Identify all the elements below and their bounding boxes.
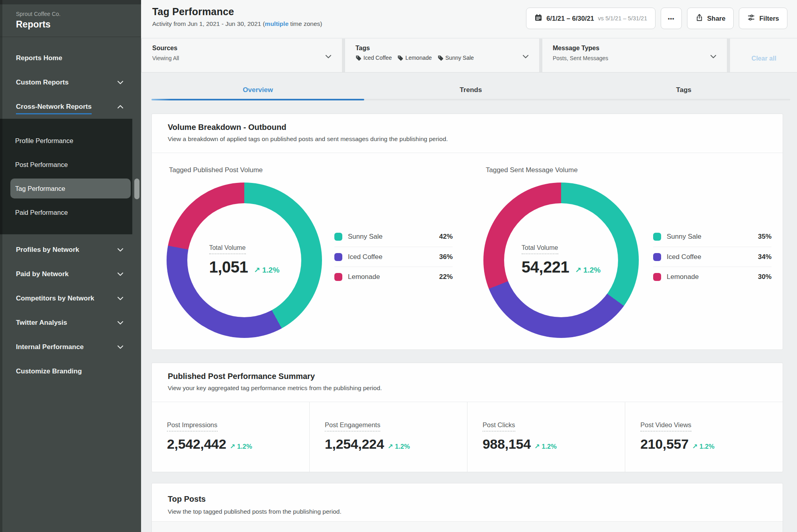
legend-label: Iced Coffee (348, 253, 439, 261)
legend-swatch (653, 273, 661, 281)
metric-label[interactable]: Post Video Views (640, 421, 691, 432)
volume-breakdown-card: Volume Breakdown - Outbound View a break… (151, 114, 783, 350)
subtitle-text: time zones) (289, 20, 322, 27)
sidebar-item-competitors-by-network[interactable]: Competitors by Network (0, 286, 141, 310)
legend-row-iced-coffee[interactable]: Iced Coffee34% (653, 247, 771, 267)
total-volume-label[interactable]: Total Volume (209, 244, 246, 254)
legend-swatch (334, 233, 342, 241)
sidebar-item-customize-branding[interactable]: Customize Branding (0, 359, 141, 383)
filter-bar: Sources Viewing All Tags Iced CoffeeLemo… (141, 39, 797, 73)
trend-up-icon: ↗ (230, 443, 236, 450)
subtitle-text: Activity from Jun 1, 2021 - Jun 30, 2021… (152, 20, 265, 27)
top-posts-table-area (152, 522, 783, 532)
multiple-timezones-link[interactable]: multiple (265, 20, 289, 27)
delta-value: 1.2% (699, 443, 715, 450)
filters-sliders-icon (747, 14, 755, 23)
trend-delta: ↗ 1.2% (692, 443, 715, 450)
date-range-button[interactable]: 6/1/21 – 6/30/21 vs 5/1/21 – 5/31/21 (526, 8, 656, 29)
total-volume-value: 1,051 (209, 258, 248, 276)
chevron-down-icon (325, 53, 332, 60)
metrics-row: Post Impressions2,542,442↗ 1.2%Post Enga… (152, 402, 783, 472)
sidebar-item-label: Cross-Network Reports (16, 103, 92, 114)
legend-sent: Sunny Sale35%Iced Coffee34%Lemonade30% (653, 227, 771, 287)
legend-percent: 22% (439, 273, 453, 281)
sidebar-subitem-tag-performance[interactable]: Tag Performance (10, 179, 131, 198)
clear-all-button[interactable]: Clear all (752, 55, 776, 62)
trend-up-icon: ↗ (692, 443, 698, 450)
divider (152, 153, 783, 153)
metric-value: 2,542,442 (167, 436, 226, 452)
legend-row-lemonade[interactable]: Lemonade22% (334, 267, 453, 287)
sidebar-item-label: Twitter Analysis (16, 319, 67, 326)
metric-value: 1,254,224 (325, 436, 384, 452)
chart-title-sent: Tagged Sent Message Volume (486, 166, 578, 174)
legend-percent: 35% (758, 233, 771, 241)
share-label: Share (707, 15, 726, 22)
tab-tags[interactable]: Tags (577, 78, 790, 100)
legend-row-iced-coffee[interactable]: Iced Coffee36% (334, 247, 453, 267)
chevron-up-icon (117, 105, 124, 109)
sidebar-item-reports-home[interactable]: Reports Home (0, 46, 141, 70)
chevron-down-icon (117, 248, 124, 252)
org-name: Sprout Coffee Co. (16, 11, 141, 17)
sidebar-subpanel: Profile PerformancePost PerformanceTag P… (0, 119, 132, 234)
legend-label: Sunny Sale (667, 233, 758, 241)
sidebar-subitem-paid-performance[interactable]: Paid Performance (0, 200, 132, 224)
metric-label[interactable]: Post Clicks (483, 421, 515, 432)
sidebar-subitem-profile-performance[interactable]: Profile Performance (0, 129, 132, 153)
sidebar-title: Reports (16, 19, 141, 30)
sidebar-item-paid-by-network[interactable]: Paid by Network (0, 262, 141, 286)
donut-hole: Total Volume 1,051 ↗ 1.2% (187, 203, 301, 317)
sidebar-item-cross-network-reports[interactable]: Cross-Network Reports (0, 94, 141, 119)
sidebar-scrollbar-thumb[interactable] (134, 179, 139, 199)
sidebar-header: Sprout Coffee Co. Reports (0, 0, 141, 37)
filters-button[interactable]: Filters (739, 8, 787, 29)
sidebar-item-internal-performance[interactable]: Internal Performance (0, 335, 141, 359)
card-title: Published Post Performance Summary (168, 372, 315, 381)
share-button[interactable]: Share (687, 8, 734, 29)
tag-icon (438, 55, 444, 61)
metric-label[interactable]: Post Engagements (325, 421, 380, 432)
legend-label: Lemonade (348, 273, 439, 281)
legend-row-lemonade[interactable]: Lemonade30% (653, 267, 771, 287)
legend-row-sunny-sale[interactable]: Sunny Sale42% (334, 227, 453, 247)
date-range-label: 6/1/21 – 6/30/21 (546, 15, 594, 22)
trend-delta: ↗ 1.2% (230, 443, 252, 450)
sidebar-nav-lower: Profiles by NetworkPaid by NetworkCompet… (0, 234, 141, 383)
sources-filter[interactable]: Sources Viewing All (142, 39, 342, 72)
delta-value: 1.2% (395, 443, 410, 450)
total-volume-label[interactable]: Total Volume (522, 244, 558, 254)
tags-filter[interactable]: Tags Iced CoffeeLemonadeSunny Sale (345, 39, 539, 72)
sidebar-item-label: Competitors by Network (16, 294, 94, 302)
sources-filter-label: Sources (152, 45, 332, 52)
tag-chip-label: Sunny Sale (446, 55, 474, 61)
sources-filter-value: Viewing All (152, 55, 332, 61)
metric-post-engagements: Post Engagements1,254,224↗ 1.2% (309, 402, 467, 472)
message-types-filter-label: Message Types (553, 45, 717, 52)
metric-post-clicks: Post Clicks988,154↗ 1.2% (467, 402, 625, 472)
report-tabs: OverviewTrendsTags (151, 78, 790, 100)
donut-chart-sent[interactable]: Total Volume 54,221 ↗ 1.2% (483, 183, 639, 338)
sidebar-subitem-post-performance[interactable]: Post Performance (0, 153, 132, 177)
sidebar-item-label: Reports Home (16, 54, 62, 62)
chevron-down-icon (117, 345, 124, 349)
trend-up-icon: ↗ (575, 266, 581, 274)
message-types-filter[interactable]: Message Types Posts, Sent Messages (542, 39, 727, 72)
sidebar-item-twitter-analysis[interactable]: Twitter Analysis (0, 310, 141, 335)
tab-overview[interactable]: Overview (151, 78, 364, 100)
more-options-button[interactable]: ••• (661, 8, 682, 29)
delta-value: 1.2% (583, 266, 601, 274)
legend-label: Lemonade (667, 273, 758, 281)
chevron-down-icon (117, 272, 124, 276)
metric-label[interactable]: Post Impressions (167, 421, 218, 432)
sidebar-item-custom-reports[interactable]: Custom Reports (0, 70, 141, 94)
donut-chart-published[interactable]: Total Volume 1,051 ↗ 1.2% (167, 183, 322, 338)
delta-value: 1.2% (262, 266, 279, 274)
sidebar-item-label: Customize Branding (16, 367, 82, 375)
chevron-down-icon (117, 80, 124, 84)
card-description: View the top tagged published posts from… (168, 508, 342, 515)
sidebar-item-profiles-by-network[interactable]: Profiles by Network (0, 238, 141, 262)
legend-row-sunny-sale[interactable]: Sunny Sale35% (653, 227, 771, 247)
tab-trends[interactable]: Trends (364, 78, 577, 100)
message-types-filter-value: Posts, Sent Messages (553, 55, 717, 61)
